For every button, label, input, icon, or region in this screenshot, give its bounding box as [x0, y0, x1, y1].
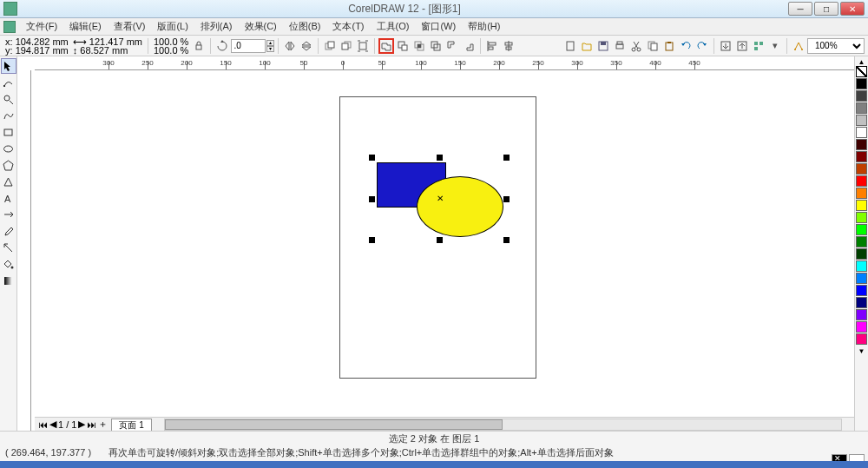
minimize-button[interactable]: ─	[788, 2, 812, 16]
color-swatch[interactable]	[856, 273, 867, 284]
lock-ratio-button[interactable]	[191, 38, 207, 54]
color-swatch[interactable]	[856, 309, 867, 320]
to-front-button[interactable]	[322, 38, 338, 54]
paste-button[interactable]	[661, 38, 677, 54]
fill-tool[interactable]	[1, 256, 16, 272]
weld-button[interactable]	[378, 38, 394, 54]
add-page-button[interactable]: ＋	[98, 418, 108, 431]
menu-effects[interactable]: 效果(C)	[240, 18, 282, 35]
menu-arrange[interactable]: 排列(A)	[195, 18, 238, 35]
new-button[interactable]	[562, 38, 578, 54]
wrap-button[interactable]	[355, 38, 371, 54]
menu-layout[interactable]: 版面(L)	[152, 18, 193, 35]
color-swatch[interactable]	[856, 248, 867, 260]
prev-page-button[interactable]: ◀	[49, 419, 56, 430]
yellow-ellipse-shape[interactable]	[417, 176, 503, 237]
ellipse-tool[interactable]	[1, 141, 16, 156]
mirror-h-button[interactable]	[282, 38, 298, 54]
interactive-tool[interactable]	[1, 207, 16, 222]
effects-icon[interactable]	[791, 38, 806, 54]
back-minus-front-button[interactable]	[461, 38, 477, 54]
menu-text[interactable]: 文本(T)	[327, 18, 369, 35]
align-center-button[interactable]	[501, 38, 516, 54]
mirror-v-button[interactable]	[299, 38, 314, 54]
page-tab[interactable]: 页面 1	[111, 419, 151, 431]
color-swatch[interactable]	[856, 151, 867, 162]
color-swatch[interactable]	[856, 297, 867, 308]
undo-button[interactable]	[678, 38, 694, 54]
export-button[interactable]	[734, 38, 750, 54]
zoom-tool[interactable]	[1, 91, 16, 107]
color-swatch[interactable]	[856, 321, 867, 333]
pick-tool[interactable]	[1, 58, 16, 74]
zoom-select[interactable]: 100%	[807, 38, 865, 54]
selection-handle[interactable]	[503, 237, 510, 243]
color-swatch[interactable]	[856, 102, 867, 114]
color-swatch[interactable]	[856, 285, 867, 296]
hscrollbar[interactable]	[164, 419, 842, 431]
selection-center[interactable]: ✕	[437, 194, 444, 203]
color-swatch[interactable]	[856, 224, 867, 235]
basic-shapes-tool[interactable]	[1, 174, 16, 189]
eyedropper-tool[interactable]	[1, 223, 16, 239]
next-page-button[interactable]: ▶	[78, 419, 85, 430]
text-tool[interactable]: A	[1, 190, 16, 206]
color-swatch[interactable]	[856, 236, 867, 247]
color-swatch[interactable]	[856, 163, 867, 175]
color-swatch[interactable]	[856, 78, 867, 89]
color-swatch[interactable]	[856, 127, 867, 138]
menu-view[interactable]: 查看(V)	[108, 18, 151, 35]
color-swatch[interactable]	[856, 260, 867, 272]
trim-button[interactable]	[395, 38, 411, 54]
to-back-button[interactable]	[339, 38, 354, 54]
rectangle-tool[interactable]	[1, 124, 16, 140]
selection-handle[interactable]	[437, 155, 443, 161]
first-page-button[interactable]: ⏮	[38, 419, 48, 430]
app-launcher-button[interactable]	[751, 38, 766, 54]
maximize-button[interactable]: □	[814, 2, 838, 16]
cut-button[interactable]	[628, 38, 644, 54]
freehand-tool[interactable]	[1, 108, 16, 123]
menu-file[interactable]: 文件(F)	[21, 18, 62, 35]
selection-handle[interactable]	[503, 196, 510, 202]
align-left-button[interactable]	[484, 38, 500, 54]
import-button[interactable]	[718, 38, 733, 54]
selection-handle[interactable]	[369, 155, 375, 161]
menu-tools[interactable]: 工具(O)	[372, 18, 415, 35]
intersect-button[interactable]	[411, 38, 427, 54]
selection-handle[interactable]	[369, 237, 375, 243]
selection-handle[interactable]	[369, 196, 375, 202]
selection-handle[interactable]	[437, 237, 443, 243]
copy-button[interactable]	[645, 38, 661, 54]
redo-button[interactable]	[694, 38, 710, 54]
last-page-button[interactable]: ⏭	[87, 419, 96, 430]
color-swatch[interactable]	[856, 333, 867, 345]
selection-handle[interactable]	[503, 155, 510, 161]
color-swatch[interactable]	[856, 139, 867, 150]
simplify-button[interactable]	[428, 38, 444, 54]
color-swatch[interactable]	[856, 212, 867, 223]
shape-tool[interactable]	[1, 75, 16, 90]
menu-bitmap[interactable]: 位图(B)	[284, 18, 326, 35]
polygon-tool[interactable]	[1, 157, 16, 173]
print-button[interactable]	[612, 38, 628, 54]
hscroll-thumb[interactable]	[165, 419, 503, 430]
color-swatch[interactable]	[856, 188, 867, 199]
outline-tool[interactable]	[1, 240, 16, 255]
palette-down-button[interactable]: ▼	[858, 347, 865, 355]
front-minus-back-button[interactable]	[444, 38, 460, 54]
interactive-fill-tool[interactable]	[1, 273, 16, 288]
rotation-spinner[interactable]: ▴▾	[266, 40, 274, 52]
save-button[interactable]	[595, 38, 611, 54]
corel-online-button[interactable]: ▾	[767, 38, 783, 54]
no-fill-swatch[interactable]	[856, 66, 867, 77]
close-button[interactable]: ✕	[840, 2, 865, 16]
color-swatch[interactable]	[856, 175, 867, 187]
menu-edit[interactable]: 编辑(E)	[64, 18, 107, 35]
color-swatch[interactable]	[856, 90, 867, 102]
open-button[interactable]	[579, 38, 595, 54]
canvas[interactable]: 3002502001501005005010015020025030035040…	[17, 56, 868, 431]
color-swatch[interactable]	[856, 200, 867, 211]
color-swatch[interactable]	[856, 115, 867, 126]
menu-window[interactable]: 窗口(W)	[416, 18, 461, 35]
